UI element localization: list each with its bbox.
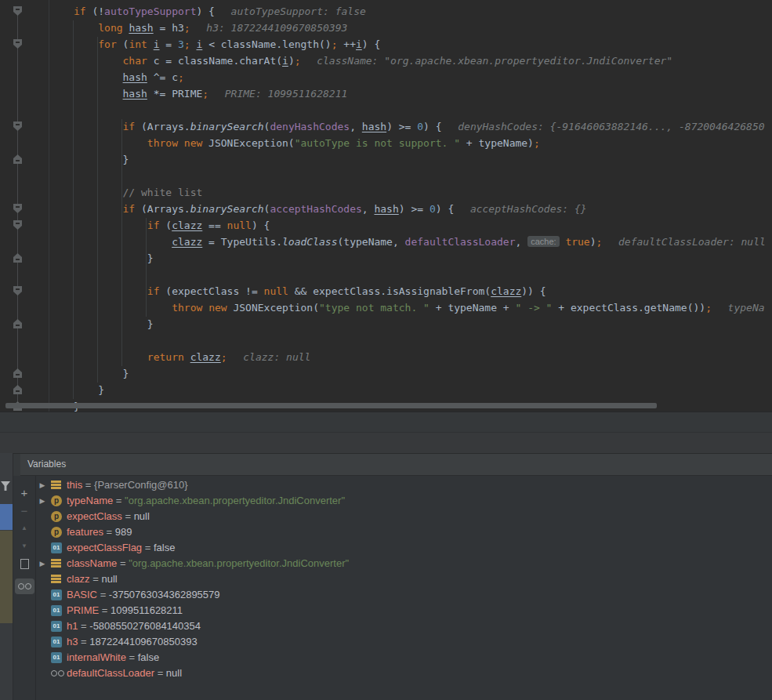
variable-name: typeName: [67, 495, 113, 506]
debugger-inline-hint: clazz: null: [227, 351, 311, 363]
parameter-icon: p: [51, 495, 62, 506]
variable-value: 1872244109670850393: [89, 636, 197, 647]
variable-value: -3750763034362895579: [109, 589, 220, 600]
variable-name: h3: [67, 636, 78, 647]
variable-name: defaultClassLoader: [67, 667, 154, 679]
code-line: [0, 102, 772, 118]
variable-value: 989: [115, 526, 132, 538]
primitive-value-icon: 01: [51, 589, 62, 600]
primitive-value-icon: 01: [51, 542, 62, 553]
code-line: throw new JSONException("type not match.…: [0, 299, 772, 316]
code-line: throw new JSONException("autoType is not…: [0, 135, 772, 151]
debugger-inline-hint: h3: 1872244109670850393: [190, 22, 348, 34]
variable-row[interactable]: 01expectClassFlag = false: [36, 540, 772, 556]
variable-row[interactable]: 01h1 = -5808550276084140354: [36, 618, 772, 634]
variable-row[interactable]: 01PRIME = 1099511628211: [36, 603, 772, 618]
code-line: hash ^= c;: [0, 69, 772, 85]
remove-watch-button: −: [16, 502, 33, 518]
variable-value: null: [101, 573, 117, 585]
variable-value: null: [134, 510, 150, 522]
primitive-value-icon: 01: [51, 652, 62, 663]
code-line: if (!autoTypeSupport) { autoTypeSupport:…: [0, 3, 772, 20]
local-variable-icon: [51, 575, 61, 583]
variable-name: expectClassFlag: [67, 542, 142, 553]
debugger-toolbar-strip: [0, 412, 772, 432]
horizontal-scrollbar[interactable]: [5, 403, 657, 408]
code-line: }: [0, 365, 772, 382]
variable-name: h1: [67, 620, 78, 632]
variable-name: features: [67, 526, 103, 538]
code-line: char c = className.charAt(i); className:…: [0, 53, 772, 69]
stripe-selected-block: [0, 504, 13, 530]
lazy-evaluate-icon[interactable]: [51, 670, 64, 676]
code-line: if (clazz == null) {: [0, 217, 772, 234]
variable-value: null: [166, 667, 182, 679]
variable-row[interactable]: 01internalWhite = false: [36, 650, 772, 666]
code-line: // white list: [0, 184, 772, 201]
code-line: if (expectClass != null && expectClass.i…: [0, 283, 772, 299]
variable-row[interactable]: clazz = null: [36, 571, 772, 587]
expand-arrow-icon[interactable]: ▶: [38, 477, 46, 493]
code-editor[interactable]: if (!autoTypeSupport) { autoTypeSupport:…: [0, 0, 772, 412]
variable-row[interactable]: defaultClassLoader = null: [36, 666, 772, 681]
variable-row[interactable]: ▶className = "org.apache.xbean.propertye…: [36, 556, 772, 571]
variable-value: "org.apache.xbean.propertyeditor.JndiCon…: [125, 495, 345, 506]
variables-panel-header: Variables: [20, 453, 772, 476]
debugger-inline-hint: defaultClassLoader: null: [602, 236, 766, 248]
variable-name: BASIC: [67, 589, 97, 600]
inlay-hint-badge: cache:: [527, 236, 559, 247]
move-up-button: ▲: [16, 520, 33, 535]
add-watch-button[interactable]: +: [16, 484, 33, 500]
variable-value: 1099511628211: [111, 604, 183, 616]
variable-name: expectClass: [67, 510, 122, 522]
code-line: for (int i = 3; i < className.length(); …: [0, 36, 772, 53]
variable-name: internalWhite: [67, 651, 126, 663]
variable-name: clazz: [67, 573, 90, 585]
code-line: clazz = TypeUtils.loadClass(typeName, de…: [0, 234, 772, 250]
expand-arrow-icon[interactable]: ▶: [38, 493, 46, 509]
code-line: if (Arrays.binarySearch(acceptHashCodes,…: [0, 201, 772, 217]
parameter-icon: p: [51, 511, 62, 522]
variable-value: {ParserConfig@610}: [94, 479, 187, 491]
code-line: [0, 168, 772, 184]
code-line: if (Arrays.binarySearch(denyHashCodes, h…: [0, 118, 772, 135]
variable-name: this: [67, 479, 82, 491]
move-down-button: ▼: [16, 538, 33, 553]
code-lines: if (!autoTypeSupport) { autoTypeSupport:…: [0, 3, 772, 412]
code-line: return clazz; clazz: null: [0, 349, 772, 365]
variable-value: false: [138, 651, 159, 663]
stripe-bottom-block: [0, 623, 13, 700]
primitive-value-icon: 01: [51, 621, 62, 632]
variable-value: -5808550276084140354: [89, 620, 201, 632]
primitive-value-icon: 01: [51, 605, 62, 616]
variable-row[interactable]: pfeatures = 989: [36, 524, 772, 540]
variable-row[interactable]: ▶this = {ParserConfig@610}: [36, 477, 772, 493]
left-tool-stripe: [0, 453, 13, 700]
code-line: }: [0, 250, 772, 267]
expand-arrow-icon[interactable]: ▶: [38, 556, 46, 571]
duplicate-button[interactable]: [16, 556, 33, 571]
code-line: hash *= PRIME; PRIME: 1099511628211: [0, 85, 772, 102]
watches-toolbar: +−▲▼: [13, 476, 36, 700]
code-line: long hash = h3; h3: 1872244109670850393: [0, 20, 772, 36]
debugger-tabs-strip: [0, 432, 772, 453]
header-gap: [13, 453, 20, 476]
variable-row[interactable]: 01BASIC = -3750763034362895579: [36, 587, 772, 603]
primitive-value-icon: 01: [51, 637, 62, 647]
debugger-inline-hint: PRIME: 1099511628211: [208, 88, 347, 100]
variable-name: PRIME: [67, 604, 99, 616]
variable-row[interactable]: 01h3 = 1872244109670850393: [36, 634, 772, 650]
variable-row[interactable]: ▶ptypeName = "org.apache.xbean.propertye…: [36, 493, 772, 509]
local-variable-icon: [51, 559, 61, 568]
show-watches-button[interactable]: [15, 578, 34, 594]
variable-row[interactable]: pexpectClass = null: [36, 509, 772, 524]
filter-icon[interactable]: [1, 481, 10, 491]
variable-name: className: [67, 557, 117, 569]
code-line: }: [0, 316, 772, 332]
parameter-icon: p: [51, 527, 62, 538]
stripe-region-block: [0, 531, 13, 623]
code-line: [0, 267, 772, 283]
variables-tree[interactable]: ▶this = {ParserConfig@610}▶ptypeName = "…: [36, 476, 772, 700]
debugger-inline-hint: acceptHashCodes: {}: [454, 203, 586, 215]
glasses-icon: [18, 583, 31, 589]
